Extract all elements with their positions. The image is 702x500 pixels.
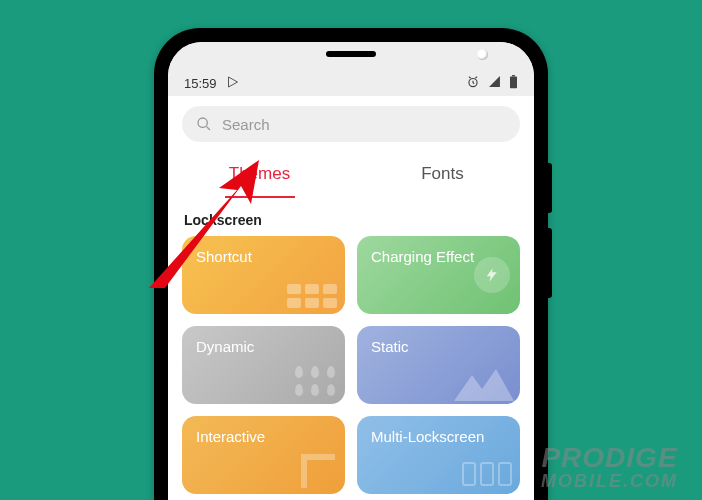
tabs: Themes Fonts — [168, 150, 534, 198]
speaker-slot — [326, 51, 376, 57]
alarm-icon — [466, 75, 480, 92]
section-title: Lockscreen — [168, 198, 534, 236]
bolt-icon — [474, 257, 510, 293]
svg-rect-1 — [510, 76, 517, 88]
phones-icon — [462, 462, 512, 486]
screen: 15:59 Search — [168, 42, 534, 500]
square-icon — [301, 454, 335, 488]
card-label: Shortcut — [196, 248, 252, 265]
battery-icon — [509, 75, 518, 92]
tab-fonts[interactable]: Fonts — [351, 150, 534, 198]
watermark-line1: PRODIGE — [541, 444, 678, 472]
mountain-icon — [454, 365, 514, 404]
watermark-line2: MOBILE.COM — [541, 472, 678, 490]
lockscreen-grid: Shortcut Charging Effect Dynamic Static — [168, 236, 534, 500]
notch-bar — [168, 42, 534, 70]
search-input[interactable]: Search — [182, 106, 520, 142]
volume-button — [548, 228, 552, 298]
leaves-icon — [295, 366, 337, 396]
card-label: Static — [371, 338, 409, 355]
keyboard-icon — [287, 284, 337, 308]
status-time: 15:59 — [184, 76, 217, 91]
card-shortcut[interactable]: Shortcut — [182, 236, 345, 314]
card-interactive[interactable]: Interactive — [182, 416, 345, 494]
power-button — [548, 163, 552, 213]
status-bar: 15:59 — [168, 70, 534, 96]
signal-icon — [488, 75, 501, 91]
search-container: Search — [168, 96, 534, 150]
front-camera — [477, 49, 488, 60]
watermark: PRODIGE MOBILE.COM — [541, 444, 678, 490]
svg-point-3 — [198, 118, 207, 127]
tab-themes[interactable]: Themes — [168, 150, 351, 198]
search-icon — [196, 116, 212, 132]
card-label: Charging Effect — [371, 248, 474, 265]
tab-fonts-label: Fonts — [421, 164, 464, 184]
card-charging-effect[interactable]: Charging Effect — [357, 236, 520, 314]
card-multi-lockscreen[interactable]: Multi-Lockscreen — [357, 416, 520, 494]
card-dynamic[interactable]: Dynamic — [182, 326, 345, 404]
card-static[interactable]: Static — [357, 326, 520, 404]
search-placeholder: Search — [222, 116, 270, 133]
phone-frame: 15:59 Search — [154, 28, 548, 500]
tab-themes-label: Themes — [229, 164, 290, 184]
svg-rect-2 — [512, 75, 515, 76]
card-label: Interactive — [196, 428, 265, 445]
play-store-icon — [227, 76, 239, 91]
card-label: Dynamic — [196, 338, 254, 355]
card-label: Multi-Lockscreen — [371, 428, 484, 445]
